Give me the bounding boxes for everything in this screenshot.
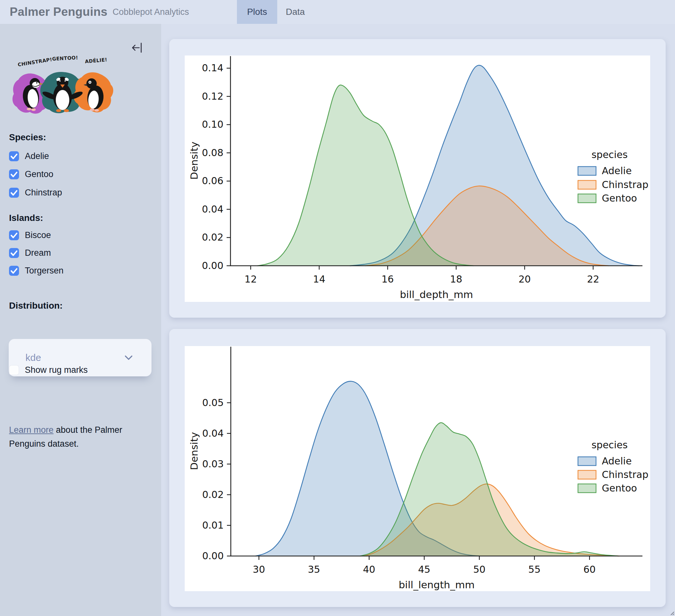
svg-text:14: 14 [313,273,325,285]
svg-text:species: species [592,439,627,451]
svg-text:50: 50 [473,564,485,575]
svg-text:bill_depth_mm: bill_depth_mm [400,289,473,300]
learn-more-link[interactable]: Learn more [9,425,54,435]
svg-text:0.02: 0.02 [202,231,223,243]
svg-text:18: 18 [450,273,462,285]
checkbox-adelie[interactable] [9,151,19,161]
checkbox-rug-marks[interactable] [9,365,19,375]
card-bill-length: 303540455055600.000.010.020.030.040.05bi… [169,329,666,607]
figure-bill-length: 303540455055600.000.010.020.030.040.05bi… [185,346,650,591]
check-icon [9,188,19,198]
artwork-label-chinstrap: CHINSTRAP! [17,56,53,68]
figure-bill-depth: 1214161820220.000.020.040.060.080.100.12… [185,56,650,302]
checkbox-label-adelie: Adelie [25,151,49,161]
app-subtitle: Cobblepot Analytics [112,7,189,17]
islands-heading: Islands: [9,213,43,223]
check-icon [9,169,19,179]
svg-text:species: species [592,149,627,160]
chevron-down-icon [125,355,133,360]
svg-text:0.00: 0.00 [202,550,224,561]
checkbox-label-dream: Dream [25,248,51,258]
checkbox-label-biscoe: Biscoe [25,230,51,240]
tab-plots[interactable]: Plots [237,0,277,24]
checkbox-label-gentoo: Gentoo [25,169,54,179]
app-title-group: Palmer Penguins Cobblepot Analytics [10,0,189,24]
check-icon [9,266,19,276]
checkbox-row-biscoe[interactable]: Biscoe [9,230,51,241]
checkbox-row-dream[interactable]: Dream [9,247,51,258]
checkbox-label-chinstrap: Chinstrap [25,188,62,198]
svg-text:0.04: 0.04 [202,428,224,439]
svg-text:0.08: 0.08 [202,147,223,158]
checkbox-torgersen[interactable] [9,266,19,276]
svg-text:20: 20 [518,273,531,285]
checkbox-row-gentoo[interactable]: Gentoo [9,169,54,180]
svg-text:0.10: 0.10 [202,119,223,130]
checkbox-gentoo[interactable] [9,169,19,179]
checkbox-label-torgersen: Torgersen [25,266,64,276]
learn-more-text: Learn more about the Palmer Penguins dat… [9,423,135,451]
artwork-label-gentoo: GENTOO! [52,55,78,62]
svg-text:Density: Density [188,142,200,180]
checkbox-biscoe[interactable] [9,230,19,240]
svg-text:bill_length_mm: bill_length_mm [399,579,475,591]
svg-text:Density: Density [188,432,200,470]
svg-text:22: 22 [587,273,599,285]
species-heading: Species: [9,132,46,143]
svg-text:16: 16 [382,273,394,285]
svg-text:0.04: 0.04 [202,204,223,215]
svg-text:0.00: 0.00 [202,260,223,271]
svg-text:45: 45 [418,564,430,575]
svg-text:40: 40 [363,564,375,575]
density-plot-bill-depth: 1214161820220.000.020.040.060.080.100.12… [185,56,650,302]
checkbox-dream[interactable] [9,248,19,258]
arrow-to-bar-left-icon [130,41,144,55]
svg-text:Chinstrap: Chinstrap [602,179,648,190]
checkbox-chinstrap[interactable] [9,188,19,198]
svg-text:0.01: 0.01 [202,520,224,531]
card-bill-depth: 1214161820220.000.020.040.060.080.100.12… [169,39,666,318]
svg-text:0.14: 0.14 [202,62,223,74]
penguin-artwork: CHINSTRAP! GENTOO! ADÉLIE! [12,52,114,119]
resize-grip-icon[interactable] [669,610,674,615]
distribution-selected-value: kde [25,352,125,363]
density-plot-bill-length: 303540455055600.000.010.020.030.040.05bi… [185,346,650,591]
artwork-label-adelie: ADÉLIE! [85,56,108,65]
sidebar-collapse-button[interactable] [130,41,144,55]
svg-text:0.02: 0.02 [202,489,224,500]
svg-text:0.06: 0.06 [202,175,223,187]
check-icon [9,230,19,240]
checkbox-row-torgersen[interactable]: Torgersen [9,265,64,276]
checkbox-row-adelie[interactable]: Adelie [9,151,49,161]
tab-data[interactable]: Data [277,0,313,24]
svg-text:12: 12 [245,273,257,285]
svg-text:Chinstrap: Chinstrap [602,469,648,480]
check-icon [9,248,19,258]
svg-text:60: 60 [584,564,596,575]
svg-text:Gentoo: Gentoo [602,482,637,494]
svg-text:0.05: 0.05 [202,397,224,408]
distribution-heading: Distribution: [9,300,63,311]
svg-text:0.12: 0.12 [202,91,223,102]
svg-text:30: 30 [253,564,265,575]
svg-text:Adelie: Adelie [602,165,632,177]
app-title: Palmer Penguins [10,5,107,19]
svg-text:0.03: 0.03 [202,458,224,470]
svg-text:Adelie: Adelie [602,456,632,467]
svg-text:Gentoo: Gentoo [602,193,637,204]
sidebar: CHINSTRAP! GENTOO! ADÉLIE! Species: Adel… [0,24,161,616]
svg-text:35: 35 [308,564,320,575]
rug-marks-label: Show rug marks [25,365,88,375]
check-icon [9,151,19,161]
checkbox-row-chinstrap[interactable]: Chinstrap [9,187,62,198]
svg-text:55: 55 [528,564,541,575]
rug-marks-row[interactable]: Show rug marks [9,364,88,375]
app-header: Palmer Penguins Cobblepot Analytics Plot… [0,0,675,24]
